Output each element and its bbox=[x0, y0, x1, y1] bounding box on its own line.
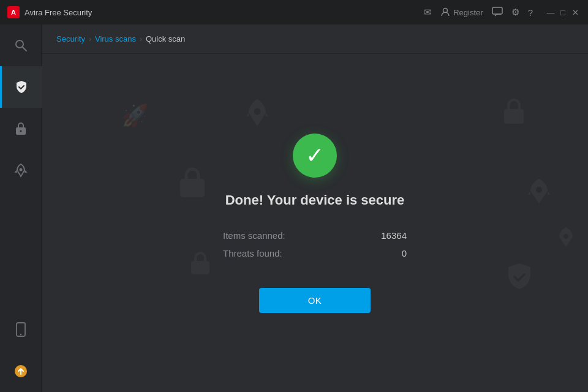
sidebar-item-protection[interactable] bbox=[0, 66, 42, 108]
svg-point-13 bbox=[536, 187, 542, 193]
bg-lock-3 bbox=[501, 97, 527, 132]
svg-point-5 bbox=[20, 130, 21, 132]
title-bar: A Avira Free Security ✉ Register ⚙ ? — □… bbox=[0, 0, 588, 24]
svg-point-2 bbox=[16, 40, 23, 48]
svg-rect-11 bbox=[191, 261, 209, 274]
svg-point-14 bbox=[564, 234, 568, 239]
svg-point-6 bbox=[19, 168, 22, 172]
sidebar-item-privacy[interactable] bbox=[0, 108, 42, 149]
svg-point-8 bbox=[20, 334, 21, 335]
threats-found-label: Threats found: bbox=[223, 248, 282, 258]
settings-icon[interactable]: ⚙ bbox=[511, 7, 519, 18]
phone-icon bbox=[15, 322, 26, 337]
bg-rocket-4 bbox=[244, 97, 271, 134]
svg-rect-12 bbox=[504, 109, 524, 124]
bg-rocket-1: 🚀 bbox=[121, 103, 149, 129]
threats-found-value: 0 bbox=[402, 248, 407, 258]
minimize-button[interactable]: — bbox=[545, 7, 556, 18]
user-icon bbox=[440, 7, 450, 17]
app-title: Avira Free Security bbox=[24, 8, 92, 17]
breadcrumb-virus-scans[interactable]: Virus scans bbox=[95, 34, 136, 43]
bg-rocket-2 bbox=[527, 176, 551, 211]
register-label: Register bbox=[453, 8, 483, 17]
rocket-icon bbox=[14, 163, 28, 178]
breadcrumb-quick-scan: Quick scan bbox=[146, 34, 185, 43]
upload-icon bbox=[13, 364, 28, 379]
shield-check-icon bbox=[14, 80, 29, 94]
items-scanned-row: Items scanned: 16364 bbox=[223, 230, 407, 241]
mail-icon[interactable]: ✉ bbox=[424, 7, 432, 18]
main-content: Security › Virus scans › Quick scan 🚀 bbox=[42, 24, 588, 392]
maximize-button[interactable]: □ bbox=[557, 7, 568, 18]
svg-line-3 bbox=[23, 47, 26, 51]
bg-lock-1 bbox=[176, 164, 208, 208]
svg-rect-1 bbox=[492, 7, 502, 14]
register-button[interactable]: Register bbox=[440, 7, 483, 17]
content-body: 🚀 bbox=[42, 54, 588, 392]
svg-rect-10 bbox=[180, 179, 205, 197]
sidebar-item-search[interactable] bbox=[0, 24, 42, 66]
svg-point-15 bbox=[254, 108, 261, 115]
sidebar-item-update[interactable] bbox=[0, 350, 42, 392]
bg-shield-1 bbox=[506, 262, 533, 297]
close-button[interactable]: ✕ bbox=[570, 7, 581, 18]
sidebar-item-performance[interactable] bbox=[0, 149, 42, 191]
secure-title: Done! Your device is secure bbox=[225, 192, 405, 208]
breadcrumb: Security › Virus scans › Quick scan bbox=[42, 24, 588, 54]
chat-icon[interactable] bbox=[492, 7, 503, 18]
bg-lock-2 bbox=[189, 250, 212, 282]
items-scanned-label: Items scanned: bbox=[223, 230, 285, 241]
success-circle: ✓ bbox=[293, 134, 337, 178]
threats-found-row: Threats found: 0 bbox=[223, 248, 407, 258]
app-logo: A bbox=[7, 6, 20, 18]
stats-container: Items scanned: 16364 Threats found: 0 bbox=[223, 230, 407, 258]
lock-icon bbox=[14, 121, 28, 136]
breadcrumb-security[interactable]: Security bbox=[56, 34, 85, 43]
help-icon[interactable]: ? bbox=[528, 7, 533, 18]
items-scanned-value: 16364 bbox=[381, 230, 407, 241]
bg-rocket-3 bbox=[556, 225, 576, 254]
sidebar-item-mobile[interactable] bbox=[0, 309, 42, 350]
checkmark-icon: ✓ bbox=[306, 143, 324, 168]
breadcrumb-sep-2: › bbox=[140, 35, 142, 43]
search-icon bbox=[13, 38, 28, 53]
sidebar bbox=[0, 24, 42, 392]
ok-button[interactable]: OK bbox=[259, 288, 371, 313]
breadcrumb-sep-1: › bbox=[89, 35, 91, 43]
